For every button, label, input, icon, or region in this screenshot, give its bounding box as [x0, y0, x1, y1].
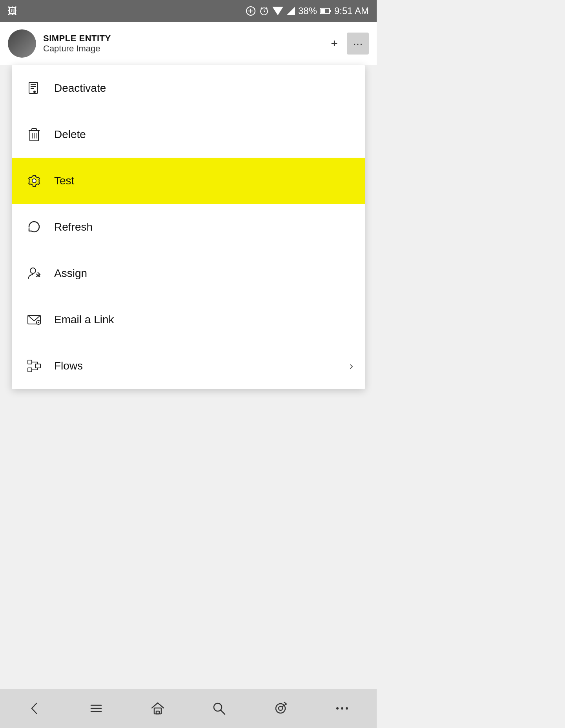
entity-name: SIMPLE ENTITY: [43, 33, 323, 44]
assign-icon: [24, 263, 45, 284]
entity-subtitle: Capture Image: [43, 44, 323, 54]
svg-rect-20: [32, 129, 36, 131]
svg-point-52: [346, 707, 348, 710]
flows-chevron: ›: [350, 360, 353, 372]
battery-icon: [320, 7, 331, 15]
nav-more-button[interactable]: [326, 695, 358, 722]
svg-point-50: [336, 707, 339, 710]
nav-target-button[interactable]: [265, 695, 296, 722]
menu-item-deactivate[interactable]: Deactivate: [12, 65, 365, 111]
svg-rect-12: [330, 10, 331, 12]
menu-item-assign[interactable]: Assign: [12, 250, 365, 297]
svg-marker-9: [286, 7, 295, 15]
delete-label: Delete: [54, 128, 353, 141]
svg-point-24: [32, 179, 36, 183]
menu-item-flows[interactable]: Flows ›: [12, 343, 365, 389]
header-actions: + ···: [323, 33, 369, 55]
nav-home-button[interactable]: [142, 695, 173, 722]
svg-line-45: [221, 710, 225, 714]
avatar: [8, 29, 36, 58]
camera-icon: 🖼: [8, 5, 17, 16]
svg-rect-32: [28, 360, 32, 364]
svg-rect-11: [321, 9, 325, 13]
refresh-icon: [24, 217, 45, 238]
test-label: Test: [54, 175, 353, 187]
flows-icon: [24, 355, 45, 377]
svg-rect-13: [29, 82, 38, 93]
header-titles: SIMPLE ENTITY Capture Image: [43, 33, 323, 54]
add-button[interactable]: +: [323, 33, 345, 55]
bottom-nav: [0, 689, 377, 728]
test-icon: [24, 170, 45, 191]
alarm-icon: [259, 6, 269, 16]
svg-point-47: [279, 706, 282, 710]
email-icon: [24, 309, 45, 330]
signal-icon: [286, 7, 295, 15]
menu-item-test[interactable]: Test: [12, 158, 365, 204]
battery-percentage: 38%: [298, 5, 317, 16]
refresh-label: Refresh: [54, 221, 353, 233]
svg-rect-34: [35, 364, 40, 368]
wifi-icon: [272, 7, 283, 15]
svg-rect-43: [156, 711, 159, 714]
deactivate-label: Deactivate: [54, 82, 353, 95]
app-header: SIMPLE ENTITY Capture Image + ···: [0, 22, 377, 65]
svg-marker-8: [272, 7, 283, 15]
delete-icon: [24, 124, 45, 145]
context-menu: Deactivate Delete Test: [12, 65, 365, 389]
nav-back-button[interactable]: [19, 695, 50, 722]
status-bar: 🖼 38% 9:51 AM: [0, 0, 377, 22]
menu-item-email[interactable]: Email a Link: [12, 297, 365, 343]
menu-item-delete[interactable]: Delete: [12, 111, 365, 158]
email-label: Email a Link: [54, 313, 353, 326]
flows-label: Flows: [54, 360, 350, 372]
svg-point-51: [341, 707, 343, 710]
add-circle-icon: [246, 6, 256, 16]
nav-search-button[interactable]: [203, 695, 235, 722]
time-display: 9:51 AM: [334, 5, 369, 16]
svg-point-44: [214, 703, 222, 711]
svg-line-49: [284, 702, 286, 704]
menu-item-refresh[interactable]: Refresh: [12, 204, 365, 250]
deactivate-icon: [24, 78, 45, 99]
more-button[interactable]: ···: [347, 33, 369, 55]
nav-menu-button[interactable]: [80, 695, 112, 722]
svg-point-25: [30, 268, 36, 273]
svg-point-14: [33, 91, 36, 93]
svg-rect-33: [28, 368, 32, 372]
assign-label: Assign: [54, 267, 353, 280]
